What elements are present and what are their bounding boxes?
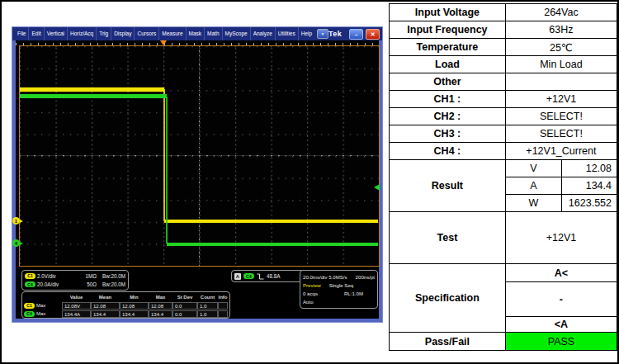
measurement-table: Value Mean Min Max St Dev Count Info C1M… [21, 291, 230, 319]
meas-header-mean: Mean [91, 295, 120, 300]
menu-item-trig[interactable]: Trig [97, 27, 111, 40]
ch1-badge: C1 [25, 273, 35, 279]
scope-readout-area: C1 2.0V/div 1MΩ Bw:20.0M C4 20.0A/div 50… [16, 268, 379, 319]
spec-row-3: <A [505, 317, 617, 333]
menu-item-analyze[interactable]: Analyze [251, 27, 276, 40]
ch1-trace-low [164, 220, 378, 223]
trigger-readout-box[interactable]: A C4 48.8A [231, 270, 307, 282]
meas-row1-info [218, 302, 228, 310]
row-other-value [505, 73, 617, 91]
trigger-source-badge: C4 [243, 273, 254, 279]
row-temperature-label: Temperature [390, 39, 506, 56]
menu-item-horiz-acq[interactable]: Horiz/Acq [68, 27, 97, 40]
result-unit-w: W [505, 195, 561, 212]
menu-item-help[interactable]: Help [299, 27, 314, 40]
row-other-label: Other [390, 73, 506, 91]
test-value: +12V1 [505, 212, 617, 264]
row-input-frequency-value: 63Hz [505, 21, 617, 39]
graticule-center-horizontal [20, 155, 379, 156]
row-ch4-label: CH4 : [390, 143, 506, 160]
ch1-position-marker-label: 1 [15, 219, 17, 224]
meas-row2-count: 1.0 [197, 310, 218, 318]
ch1-bandwidth: Bw:20.0M [98, 273, 125, 279]
result-value-a: 134.4 [562, 177, 617, 195]
minimize-button[interactable]: – [349, 29, 363, 40]
result-value-v: 12.08 [562, 160, 617, 177]
record-length: RL:1.0M [344, 291, 363, 296]
meas-row1-min: 12.08 [120, 302, 149, 310]
row-ch2-value: SELECT! [505, 108, 617, 125]
oscilloscope-window: File Edit Vertical Horiz/Acq Trig Displa… [12, 26, 383, 323]
ch4-trace-low [167, 243, 378, 246]
scope-display: 1 4 C1 2.0V/div 1MΩ Bw:20.0M C4 20.0A/di… [12, 40, 382, 322]
meas-row2-name: C4Max [24, 311, 62, 317]
spec-row-1: A< [505, 264, 617, 282]
result-value-w: 1623.552 [562, 195, 617, 212]
meas-row1-mean: 12.08 [91, 302, 120, 310]
passfail-value: PASS [505, 333, 617, 351]
menu-item-myscope[interactable]: MyScope [223, 27, 251, 40]
acquisition-count: 0 acqs [303, 291, 318, 296]
sample-resolution: 200ns/pt [356, 274, 375, 280]
trigger-level-value: 48.8A [267, 273, 280, 279]
meas-row1-count: 1.0 [197, 302, 218, 310]
ch1-readout-row[interactable]: C1 2.0V/div 1MΩ Bw:20.0M [25, 273, 125, 279]
ch4-trace-high [20, 94, 167, 98]
menu-item-file[interactable]: File [15, 27, 29, 40]
meas-header-value: Value [62, 295, 91, 300]
menu-item-display[interactable]: Display [111, 27, 135, 40]
meas-row1-stdev: 0.0 [172, 302, 197, 310]
spec-row-2: - [505, 282, 617, 317]
row-ch2-label: CH2 : [390, 108, 506, 125]
menu-item-vertical[interactable]: Vertical [45, 27, 68, 40]
passfail-label: Pass/Fail [390, 333, 506, 351]
channel-readout-box: C1 2.0V/div 1MΩ Bw:20.0M C4 20.0A/div 50… [21, 270, 129, 291]
row-input-voltage-value: 264Vac [505, 4, 617, 21]
menu-overflow-button[interactable]: ▼ [317, 29, 328, 39]
menu-item-utilities[interactable]: Utilities [276, 27, 299, 40]
meas-row2-mean: 134.4 [91, 310, 120, 318]
test-report-table: Input Voltage264Vac Input Frequency63Hz … [389, 3, 617, 351]
menu-item-cursors[interactable]: Cursors [135, 27, 159, 40]
minimize-icon: – [355, 31, 358, 37]
falling-edge-icon [257, 273, 264, 280]
close-icon: ✕ [371, 31, 376, 37]
ch4-impedance: 50Ω [72, 281, 97, 287]
test-label: Test [390, 212, 506, 264]
ch4-trace-falling-edge [166, 97, 168, 243]
row-load-label: Load [390, 56, 506, 73]
row-ch4-value: +12V1_Current [505, 143, 617, 160]
chevron-down-icon: ▼ [321, 31, 325, 36]
trigger-mode-icon: A [234, 273, 241, 280]
preview-status: Preview [303, 282, 321, 288]
menu-item-measure[interactable]: Measure [159, 27, 186, 40]
ch4-bandwidth: Bw:20.0M [98, 281, 125, 287]
acquisition-mode: Single Seq [329, 282, 353, 288]
menu-item-edit[interactable]: Edit [29, 27, 44, 40]
row-ch3-value: SELECT! [505, 125, 617, 143]
ch4-position-marker[interactable]: 4 [12, 239, 20, 247]
ch1-impedance: 1MΩ [72, 273, 97, 279]
report-page: File Edit Vertical Horiz/Acq Trig Displa… [0, 0, 619, 364]
meas-header-info: Info [218, 295, 228, 300]
menu-item-mask[interactable]: Mask [187, 27, 206, 40]
ch4-badge: C4 [24, 311, 35, 317]
menu-item-math[interactable]: Math [205, 27, 222, 40]
tek-logo: Tek [328, 30, 347, 38]
row-ch1-value: +12V1 [505, 91, 617, 108]
horizontal-readout-box[interactable]: 20.0ms/div 5.0MS/s 200ns/pt Preview Sing… [300, 270, 378, 309]
close-button[interactable]: ✕ [366, 29, 380, 40]
meas-row1-max: 12.08 [149, 302, 172, 310]
meas-row1-label: Max [36, 303, 45, 308]
meas-row2-min: 134.4 [120, 310, 149, 318]
trigger-level-arrow-icon[interactable] [374, 184, 380, 191]
ch4-position-marker-label: 4 [15, 241, 17, 246]
ch1-position-marker[interactable]: 1 [12, 217, 20, 225]
row-ch1-label: CH1 : [390, 91, 506, 108]
row-input-voltage-label: Input Voltage [390, 4, 506, 21]
row-ch3-label: CH3 : [390, 125, 506, 143]
ch4-readout-row[interactable]: C4 20.0A/div 50Ω Bw:20.0M [25, 281, 125, 287]
meas-header-max: Max [149, 295, 172, 300]
meas-row2-info [218, 310, 228, 318]
ch4-scale: 20.0A/div [37, 281, 70, 287]
